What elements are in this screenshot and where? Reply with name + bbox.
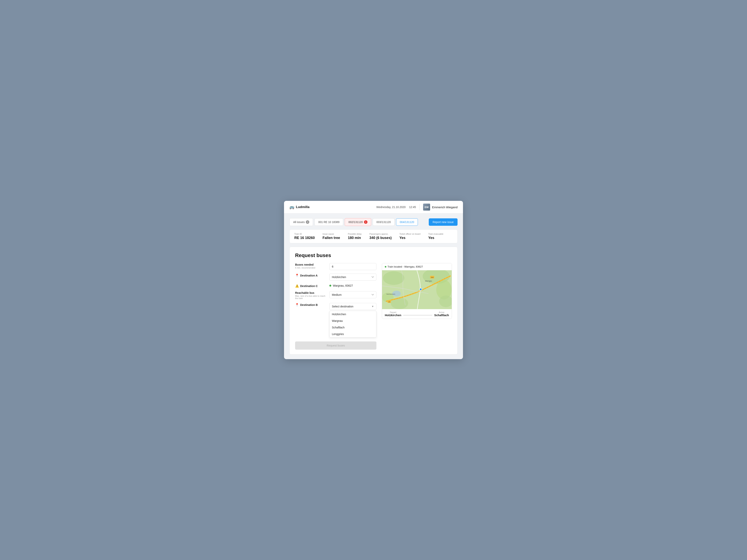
destination-a-select[interactable]: Holzkirchen Wargnau Schaftlach Lenggries — [329, 273, 377, 281]
logo-area: 🚌 Ludmilla — [289, 205, 309, 209]
svg-point-1 — [383, 271, 404, 285]
train-id-label: Train ID — [294, 233, 315, 235]
passengers-item: Passengers approx. 340 (6 buses) — [369, 233, 392, 240]
destination-b-select[interactable]: Select destination ▼ — [329, 303, 377, 310]
destination-c-row: ⚠️ Destination C Wargnau, 83627 — [295, 284, 377, 288]
tab-001[interactable]: 001 RE 10 18389 — [314, 218, 343, 226]
destination-b-dropdown: Holzkirchen Wargnau Schaftlach Lenggries — [329, 311, 377, 338]
depart-endpoint: Depart Holzkirchen — [385, 311, 401, 317]
train-evacuable-label: Train evacuable — [428, 233, 443, 235]
card-form: Buses needed 6 min. recommended 📍 Des — [295, 263, 377, 350]
train-id-value: RE 16 18260 — [294, 236, 315, 240]
tab-all-issues-badge: 4 — [306, 220, 309, 224]
possible-delay-item: Possible delay 180 min — [348, 233, 362, 240]
destination-b-control: Select destination ▼ Holzkirchen Wargnau… — [329, 303, 377, 338]
dropdown-option-wargnau[interactable]: Wargnau — [330, 318, 376, 324]
passengers-value: 340 (6 buses) — [369, 236, 392, 240]
card-title: Request buses — [295, 252, 452, 259]
reachable-bus-select[interactable]: Medium Small Large — [329, 291, 377, 298]
tab-002-badge: 1 — [364, 220, 367, 224]
time-display: 12:45 — [409, 206, 416, 209]
chevron-down-icon: ▼ — [371, 305, 374, 308]
tab-003[interactable]: 003/131120 — [373, 218, 394, 226]
svg-text:Warngau: Warngau — [425, 280, 432, 282]
svg-point-14 — [420, 288, 422, 291]
tab-002-label: 002/131120 — [349, 220, 363, 223]
ticket-officer-item: Ticket officer on board Yes — [400, 233, 420, 240]
tab-all-issues[interactable]: All issues 4 — [289, 218, 313, 226]
header-right: Wednesday, 21.10.2020 12:45 EW Emmerich … — [377, 204, 458, 211]
reachable-bus-label-area: Reachable bus Max. size of a bus able to… — [295, 291, 326, 299]
request-buses-button[interactable]: Request buses — [295, 342, 377, 350]
avatar: EW — [423, 204, 430, 211]
arrive-endpoint: Arrive Schaftlach — [434, 311, 449, 317]
tab-all-issues-label: All issues — [293, 220, 305, 223]
destination-b-label-area: 📍 Destination B — [295, 303, 326, 306]
tab-003-label: 003/131120 — [377, 220, 391, 223]
destination-a-row: 📍 Destination A Holzkirchen Wargnau Scha… — [295, 273, 377, 281]
map-footer: Depart Holzkirchen Arrive Schaftlach — [382, 309, 452, 319]
header: 🚌 Ludmilla Wednesday, 21.10.2020 12:45 E… — [284, 201, 463, 213]
svg-text:13: 13 — [388, 301, 390, 303]
map-green-dot-icon — [385, 266, 386, 268]
warning-icon: ⚠️ — [295, 284, 299, 288]
destination-a-control: Holzkirchen Wargnau Schaftlach Lenggries — [329, 273, 377, 281]
destination-b-label: 📍 Destination B — [295, 303, 326, 306]
destination-b-placeholder: Select destination — [332, 305, 354, 308]
tabs-bar: All issues 4 001 RE 10 18389 002/131120 … — [289, 218, 458, 226]
reachable-bus-control: Medium Small Large — [329, 291, 377, 298]
green-dot-icon — [329, 285, 331, 287]
ticket-officer-value: Yes — [400, 236, 420, 240]
report-new-issue-button[interactable]: Report new issue — [429, 218, 458, 226]
train-id-item: Train ID RE 16 18260 — [294, 233, 315, 240]
map-train-location: Train located - Warngau, 83627 — [387, 265, 423, 268]
map-svg: Warngau Sachsenkam 318 13 — [382, 270, 452, 309]
app-window: 🚌 Ludmilla Wednesday, 21.10.2020 12:45 E… — [284, 201, 463, 359]
info-bar: Train ID RE 16 18260 Issue cause Fallen … — [289, 230, 458, 243]
user-name: Emmerich Wiegand — [432, 206, 458, 209]
pin-icon-a: 📍 — [295, 273, 299, 277]
tab-004-label: 004/131120 — [400, 220, 414, 223]
date-display: Wednesday, 21.10.2020 — [377, 206, 406, 209]
depart-label: Depart — [385, 311, 401, 314]
issue-cause-label: Issue cause — [323, 233, 340, 235]
pin-icon-b: 📍 — [295, 303, 299, 306]
destination-b-row: 📍 Destination B Select destination ▼ — [295, 303, 377, 338]
route-line-inner — [403, 315, 432, 315]
buses-needed-label: Buses needed — [295, 263, 326, 266]
bus-icon: 🚌 — [289, 205, 294, 209]
card-map: Train located - Warngau, 83627 — [382, 263, 452, 350]
map-panel: Train located - Warngau, 83627 — [382, 263, 452, 319]
dropdown-option-schaftlach[interactable]: Schaftlach — [330, 324, 376, 331]
reachable-bus-row: Reachable bus Max. size of a bus able to… — [295, 291, 377, 299]
issue-cause-item: Issue cause Fallen tree — [323, 233, 340, 240]
destination-b-select-wrapper: Select destination ▼ — [329, 303, 377, 310]
dropdown-option-lenggries[interactable]: Lenggries — [330, 331, 376, 337]
header-divider — [419, 204, 420, 210]
buses-needed-input[interactable] — [329, 263, 377, 270]
buses-needed-label-area: Buses needed 6 min. recommended — [295, 263, 326, 269]
datetime-area: Wednesday, 21.10.2020 12:45 — [377, 206, 416, 209]
map-header: Train located - Warngau, 83627 — [382, 263, 452, 270]
svg-text:318: 318 — [431, 276, 434, 278]
map-area: Warngau Sachsenkam 318 13 — [382, 270, 452, 309]
arrive-value: Schaftlach — [434, 314, 449, 317]
passengers-label: Passengers approx. — [369, 233, 392, 235]
dropdown-option-holzkirchen[interactable]: Holzkirchen — [330, 311, 376, 318]
destination-a-label: 📍 Destination A — [295, 273, 326, 277]
destination-c-location: Wargnau, 83627 — [329, 284, 377, 287]
request-buses-card: Request buses Buses needed 6 min. recomm… — [289, 247, 458, 354]
card-body: Buses needed 6 min. recommended 📍 Des — [295, 263, 452, 350]
reachable-bus-label: Reachable bus — [295, 291, 326, 294]
tab-002[interactable]: 002/131120 1 — [345, 218, 371, 226]
user-area: EW Emmerich Wiegand — [423, 204, 458, 211]
buses-needed-control — [329, 263, 377, 270]
tab-004[interactable]: 004/131120 — [396, 218, 418, 226]
main-content: All issues 4 001 RE 10 18389 002/131120 … — [284, 213, 463, 359]
reachable-bus-sub: Max. size of a bus able to reach the tra… — [295, 295, 326, 299]
train-evacuable-item: Train evacuable Yes — [428, 233, 443, 240]
buses-needed-sub: 6 min. recommended — [295, 267, 326, 269]
destination-c-label: ⚠️ Destination C — [295, 284, 326, 288]
arrive-label: Arrive — [434, 311, 449, 314]
tab-001-label: 001 RE 10 18389 — [318, 220, 339, 223]
